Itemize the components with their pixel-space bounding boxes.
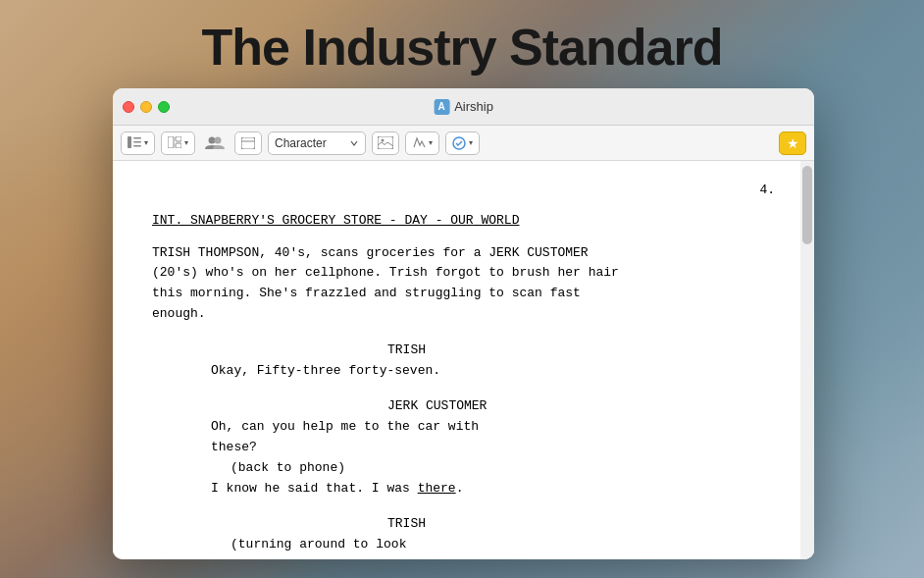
scene-heading: INT. SNAPBERRY'S GROCERY STORE - DAY - O… xyxy=(152,211,775,232)
svg-rect-2 xyxy=(133,141,141,143)
window-title: Airship xyxy=(454,99,493,114)
dialogue-block-1: TRISH Okay, Fifty-three forty-seven. xyxy=(152,341,775,382)
dialogue-text-1: Okay, Fifty-three forty-seven. xyxy=(152,361,775,382)
svg-rect-3 xyxy=(133,145,141,147)
image-button[interactable] xyxy=(372,131,399,155)
element-type-dropdown[interactable]: Character xyxy=(268,131,366,155)
scrollbar-track xyxy=(800,161,814,559)
action-text-1: TRISH THOMPSON, 40's, scans groceries fo… xyxy=(152,245,619,321)
toolbar: ▾ ▾ xyxy=(113,126,814,161)
dialogue-text-2a: Oh, can you help me to the car with thes… xyxy=(152,417,775,458)
star-icon: ★ xyxy=(787,135,799,151)
svg-rect-0 xyxy=(128,136,131,148)
minimize-button[interactable] xyxy=(140,101,152,113)
close-button[interactable] xyxy=(123,101,134,113)
panel-toggle-button[interactable]: ▾ xyxy=(161,131,195,155)
parenthetical-2: (back to phone) xyxy=(152,458,775,479)
parenthetical-3: (turning around to look for help) xyxy=(152,535,775,559)
svg-rect-4 xyxy=(168,136,174,148)
svg-point-12 xyxy=(382,139,385,142)
page-number: 4. xyxy=(152,181,775,201)
character-name-3: TRISH xyxy=(270,514,775,535)
dialogue-block-3: TRISH (turning around to look for help) … xyxy=(152,514,775,559)
script-content[interactable]: 4. INT. SNAPBERRY'S GROCERY STORE - DAY … xyxy=(113,161,814,559)
chevron-down-icon-3: ▾ xyxy=(429,138,433,147)
app-icon: A xyxy=(434,99,449,115)
panel-icon xyxy=(168,136,181,150)
underlined-word: there xyxy=(418,481,456,496)
review-button[interactable]: ▾ xyxy=(445,131,480,155)
star-button[interactable]: ★ xyxy=(779,131,806,155)
action-paragraph-1: TRISH THOMPSON, 40's, scans groceries fo… xyxy=(152,243,775,325)
traffic-lights xyxy=(123,101,170,113)
sidebar-toggle-button[interactable]: ▾ xyxy=(121,131,155,155)
window-title-area: A Airship xyxy=(434,99,493,115)
svg-rect-11 xyxy=(378,136,393,149)
svg-point-7 xyxy=(209,136,216,143)
dropdown-label: Character xyxy=(275,136,327,150)
index-card-button[interactable] xyxy=(234,131,262,155)
dialogue-block-2: JERK CUSTOMER Oh, can you help me to the… xyxy=(152,396,775,499)
chevron-down-icon-4: ▾ xyxy=(469,138,473,147)
chevron-down-icon-2: ▾ xyxy=(184,138,188,147)
titlebar: A Airship xyxy=(113,88,814,126)
collaborators-button[interactable] xyxy=(201,131,229,155)
chevron-down-icon: ▾ xyxy=(144,138,148,147)
svg-rect-9 xyxy=(241,137,255,149)
svg-rect-6 xyxy=(176,143,181,148)
svg-rect-5 xyxy=(176,136,181,141)
svg-rect-1 xyxy=(133,137,141,139)
sidebar-icon xyxy=(128,136,141,150)
markup-button[interactable]: ▾ xyxy=(405,131,439,155)
app-window: A Airship ▾ xyxy=(113,88,814,559)
svg-point-8 xyxy=(215,136,222,143)
fullscreen-button[interactable] xyxy=(158,101,170,113)
dialogue-text-2b: I know he said that. I was there. xyxy=(152,479,775,499)
scrollbar-thumb[interactable] xyxy=(802,166,812,244)
character-name-2: JERK CUSTOMER xyxy=(270,396,775,417)
character-name-1: TRISH xyxy=(270,341,775,361)
page-title: The Industry Standard xyxy=(0,18,924,77)
